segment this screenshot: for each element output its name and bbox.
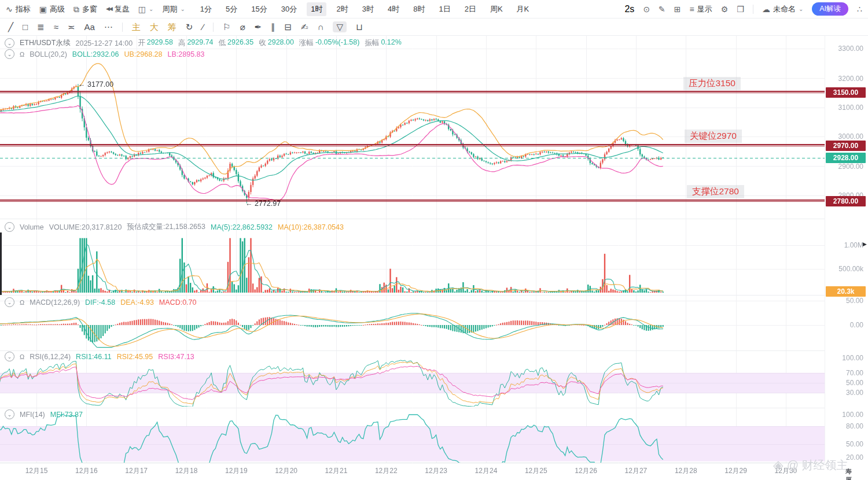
toolbar-right-group: 2s ⊙ ✎ ⊞ ≡ 显示 ⚙ ❒ ☁ 未命名 ⌄ AI解读 ∴ [624,2,862,16]
timeframe-月K[interactable]: 月K [513,2,534,16]
fullscreen-icon[interactable]: ❒ [737,5,744,13]
watermark-text: @ 财经领主 [787,457,848,473]
parallel-tool-icon[interactable]: ≍ [68,23,75,31]
display-label: 显示 [697,4,712,14]
filter-tool-icon[interactable]: ▽ [333,21,347,32]
level-annotation[interactable]: 关键位2970 [685,130,742,143]
indicator-label: 指标 [16,4,31,14]
measure-tool-icon[interactable]: ⌀ [240,23,245,31]
level-annotation[interactable]: 压力位3150 [683,77,741,90]
replay-label: 复盘 [115,4,130,14]
axis-price-badge: 2928.00 [826,153,866,163]
axis-scroll-arrow[interactable]: ▶ [863,241,867,247]
chip-distribution-button[interactable]: 筹 [168,23,176,31]
axis-price-badge: 2970.00 [826,141,866,151]
wave-tool-icon[interactable]: ≈ [54,23,58,31]
text-tool-icon[interactable]: Aa [84,23,94,31]
layout-name: 未命名 [773,4,796,14]
chevron-down-icon: ⌄ [180,6,185,12]
axis-tick: 50.00 [825,296,863,305]
timeframe-2时[interactable]: 2时 [332,2,352,16]
share-icon[interactable]: ∴ [857,5,862,13]
timeframe-1分[interactable]: 1分 [196,2,216,16]
lines-tool-icon[interactable]: ≣ [37,23,45,31]
timeframe-周K[interactable]: 周K [486,2,507,16]
axis-tick: 70.00 [825,368,863,378]
layout-name-dropdown[interactable]: ☁ 未命名 ⌄ [762,4,803,14]
candlestick-icon: ◫ [138,5,146,13]
axis-tick: 100.00 [825,353,863,363]
timeframe-1时[interactable]: 1时 [307,2,326,16]
trash-tool-icon[interactable]: ⊔ [356,23,363,31]
timeframe-30分[interactable]: 30分 [277,2,301,16]
timeframe-2日[interactable]: 2日 [461,2,480,16]
chart-canvas[interactable] [0,0,825,480]
cloud-icon: ☁ [762,5,770,13]
big-chart-button[interactable]: 大 [150,23,159,31]
timeframe-3时[interactable]: 3时 [358,2,378,16]
timeframe-1日[interactable]: 1日 [435,2,454,16]
axis-price-badge: 2780.00 [826,196,866,206]
timeframe-8时[interactable]: 8时 [409,2,429,16]
watermark-small-text: 寿 厚 [845,467,868,480]
advanced-button[interactable]: ▣ 高级 [39,4,65,14]
ai-interpret-button[interactable]: AI解读 [812,2,848,16]
price-axis-border [825,36,825,463]
main-chart-button[interactable]: 主 [132,23,141,31]
axis-tick: 0.00 [825,320,863,330]
note-tool-icon[interactable]: ✍ [301,23,308,31]
toolbar-divider [753,5,753,14]
advanced-icon: ▣ [39,5,47,13]
multiwindow-button[interactable]: ⧉ 多窗 [73,4,97,14]
level-annotation[interactable]: 支撑位2780 [687,185,744,198]
axis-tick: 3300.00 [825,44,863,53]
drawing-toolbar: ╱ □ ≣ ≈ ≍ Aa ⋯ 主 大 筹 ↻ ∕ ⚐ ⌀ ✒ ∥ ⊟ ✍ ∩ ▽… [0,19,868,36]
lock-tool-icon[interactable]: ⊟ [285,23,292,31]
display-icon: ≡ [690,5,694,13]
advanced-label: 高级 [50,4,65,14]
toolbar-divider [122,23,123,32]
axis-tick: 500.00k [825,264,863,274]
compare-tool-icon[interactable]: ∥ [271,23,275,31]
axis-tick: 2800.00 [825,191,863,200]
replay-button[interactable]: ◀◀ 复盘 [106,4,130,14]
add-pane-icon[interactable]: ⊞ [674,5,681,13]
watermark: ◈ @ 财经领主 [773,457,848,473]
indicator-button[interactable]: ∿ 指标 [6,4,31,14]
period-dropdown[interactable]: 周期 ⌄ [162,4,185,14]
pencil-icon[interactable]: ✎ [659,5,665,13]
ray-tool-icon[interactable]: ∕ [202,23,204,31]
axis-tick: 80.00 [825,422,863,431]
camera-icon[interactable]: ⊙ [643,5,650,13]
refresh-interval[interactable]: 2s [624,4,634,14]
replay-icon: ◀◀ [106,6,112,12]
axis-tick: 3000.00 [825,132,863,141]
display-button[interactable]: ≡ 显示 [690,4,712,14]
watermark-logo-icon: ◈ [773,457,784,473]
flag-tool-icon[interactable]: ⚐ [223,23,230,31]
pane-scrollbar[interactable] [0,232,2,295]
axis-tick: 3100.00 [825,103,863,112]
toolbar-left-group: ∿ 指标 ▣ 高级 ⧉ 多窗 ◀◀ 复盘 ◫ ⌄ 周期 ⌄ 1分5分15分30分… [6,2,533,16]
axis-tick: 3200.00 [825,74,863,83]
timeframe-4时[interactable]: 4时 [384,2,403,16]
axis-tick: 2900.00 [825,162,863,171]
timeframe-5分[interactable]: 5分 [222,2,241,16]
top-toolbar: ∿ 指标 ▣ 高级 ⧉ 多窗 ◀◀ 复盘 ◫ ⌄ 周期 ⌄ 1分5分15分30分… [0,0,868,19]
axis-tick: 1.00M [825,241,863,250]
more-tools-icon[interactable]: ⋯ [104,23,113,31]
chevron-down-icon: ⌄ [149,6,153,12]
settings-gear-icon[interactable]: ⚙ [721,5,729,13]
timeframe-15分[interactable]: 15分 [247,2,271,16]
multiwindow-label: 多窗 [82,4,97,14]
magnet-tool-icon[interactable]: ∩ [318,23,324,31]
period-label: 周期 [162,4,177,14]
axis-tick: 30.00 [825,388,863,397]
rect-tool-icon[interactable]: □ [23,23,28,31]
axis-tick: 50.00 [825,378,863,387]
pen-tool-icon[interactable]: ✒ [254,23,262,31]
redraw-tool-icon[interactable]: ↻ [186,23,193,31]
chart-type-dropdown[interactable]: ◫ ⌄ [138,5,154,13]
axis-tick: 100.00 [825,410,863,419]
line-tool-icon[interactable]: ╱ [8,23,13,31]
